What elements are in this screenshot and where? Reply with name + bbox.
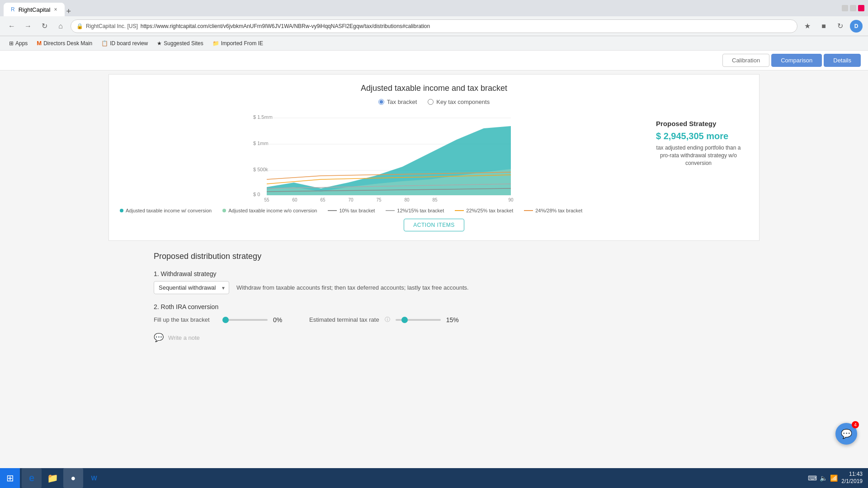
minimize-btn[interactable] <box>842 5 848 11</box>
home-button[interactable]: ⌂ <box>54 20 67 33</box>
chart-svg: $ 1.5mm $ 1mm $ 500k $ 0 <box>120 113 640 203</box>
legend-adjusted-wo-conversion: Adjusted taxable income w/o conversion <box>222 208 317 213</box>
svg-text:90: 90 <box>508 197 514 202</box>
svg-text:$ 0: $ 0 <box>253 192 260 197</box>
tab-title: RightCapital <box>19 6 51 13</box>
legend-line-10pct <box>328 210 337 211</box>
withdrawal-dropdown-wrapper[interactable]: Sequential withdrawal <box>154 281 229 294</box>
time-display: 11:43 <box>841 471 863 478</box>
address-bar[interactable]: 🔒 RightCapital Inc. [US] https://www.rig… <box>71 19 797 33</box>
terminal-tax-value: 15% <box>446 316 464 324</box>
maximize-btn[interactable] <box>850 5 856 11</box>
imported-icon: 📁 <box>212 40 219 47</box>
taskbar-word[interactable]: W <box>84 468 104 488</box>
refresh-button[interactable]: ↻ <box>834 20 846 33</box>
tab-details[interactable]: Details <box>824 54 861 67</box>
browser-tab-bar: R RightCapital × + <box>0 0 868 16</box>
close-btn[interactable] <box>858 5 864 11</box>
taskbar-items: e 📁 ● W <box>22 468 104 488</box>
fill-bracket-slider[interactable] <box>222 319 268 321</box>
roth-title: 2. Roth IRA conversion <box>154 303 714 310</box>
proposed-strategy-amount: $ 2,945,305 more <box>656 131 741 141</box>
svg-text:75: 75 <box>376 197 382 202</box>
legend-line-22-25pct <box>455 210 464 211</box>
tab-calibration[interactable]: Calibration <box>722 54 769 67</box>
start-button[interactable]: ⊞ <box>0 468 20 488</box>
back-button[interactable]: ← <box>5 20 18 33</box>
notes-icon: 💬 <box>154 333 164 343</box>
id-board-bookmark[interactable]: 📋 ID board review <box>98 39 151 48</box>
apps-bookmark[interactable]: ⊞ Apps <box>5 39 31 48</box>
withdrawal-dropdown-row: Sequential withdrawal Withdraw from taxa… <box>154 281 714 294</box>
system-clock: 11:43 2/1/2019 <box>841 471 863 485</box>
account-button[interactable]: D <box>850 20 863 33</box>
proposed-strategy-description: tax adjusted ending portfolio than a pro… <box>656 144 741 167</box>
word-icon: W <box>91 474 97 482</box>
legend-24-28pct: 24%/28% tax bracket <box>524 208 582 213</box>
legend-dot-w-conversion <box>120 209 123 212</box>
radio-key-tax[interactable]: Key tax components <box>428 99 490 105</box>
legend-adjusted-w-conversion: Adjusted taxable income w/ conversion <box>120 208 212 213</box>
radio-tax-bracket[interactable]: Tax bracket <box>378 99 417 105</box>
ie-icon: e <box>29 472 34 484</box>
suggested-sites-bookmark[interactable]: ★ Suggested Sites <box>153 39 207 48</box>
withdrawal-strategy-label: 1. Withdrawal strategy <box>154 270 714 277</box>
svg-text:65: 65 <box>320 197 326 202</box>
extensions-button[interactable]: ■ <box>817 20 830 33</box>
withdrawal-description: Withdraw from taxable accounts first; th… <box>236 284 469 291</box>
bookmark-star-button[interactable]: ★ <box>801 20 814 33</box>
taskbar-right: ⌨ 🔈 📶 11:43 2/1/2019 <box>808 471 868 485</box>
tab-favicon: R <box>11 6 15 13</box>
suggested-label: Suggested Sites <box>164 40 203 47</box>
apps-icon: ⊞ <box>9 40 14 47</box>
action-items-button[interactable]: ACTION ITEMS <box>404 219 464 231</box>
svg-text:80: 80 <box>404 197 410 202</box>
info-icon[interactable]: ⓘ <box>385 316 390 324</box>
chart-title: Adjusted taxable income and tax bracket <box>120 84 748 93</box>
svg-text:$ 1mm: $ 1mm <box>253 141 269 146</box>
reload-button[interactable]: ↻ <box>38 20 51 33</box>
tab-comparison[interactable]: Comparison <box>771 54 822 67</box>
svg-text:$ 500k: $ 500k <box>253 167 269 172</box>
chart-section: Adjusted taxable income and tax bracket … <box>108 74 760 241</box>
legend-dot-wo-conversion <box>222 209 226 212</box>
chart-container: $ 1.5mm $ 1mm $ 500k $ 0 <box>120 113 748 213</box>
svg-line-14 <box>267 176 321 179</box>
imported-ie-bookmark[interactable]: 📁 Imported From IE <box>209 39 267 48</box>
directors-desk-icon: M <box>37 40 42 47</box>
tab-close-btn[interactable]: × <box>54 6 57 13</box>
new-tab-button[interactable]: + <box>66 7 71 16</box>
active-tab[interactable]: R RightCapital × <box>4 3 65 16</box>
fill-bracket-value: 0% <box>273 316 291 324</box>
fill-bracket-group: Fill up the tax bracket 0% <box>154 316 291 324</box>
taskbar-chrome[interactable]: ● <box>63 468 83 488</box>
id-board-label: ID board review <box>110 40 148 47</box>
sliders-row: Fill up the tax bracket 0% Estimated ter… <box>154 316 714 324</box>
window-controls <box>842 5 864 11</box>
terminal-tax-slider[interactable] <box>396 319 441 321</box>
terminal-tax-label: Estimated terminal tax rate <box>309 316 379 323</box>
folder-icon: 📁 <box>47 473 58 483</box>
roth-section: 2. Roth IRA conversion Fill up the tax b… <box>154 303 714 324</box>
suggested-icon: ★ <box>157 40 162 47</box>
bookmarks-bar: ⊞ Apps M Directors Desk Main 📋 ID board … <box>0 36 868 51</box>
chat-button[interactable]: 💬 4 <box>835 423 857 445</box>
date-display: 2/1/2019 <box>841 478 863 485</box>
taskbar-file-explorer[interactable]: 📁 <box>42 468 62 488</box>
notes-placeholder[interactable]: Write a note <box>168 334 200 341</box>
withdrawal-dropdown[interactable]: Sequential withdrawal <box>154 281 229 294</box>
proposed-strategy-title: Proposed Strategy <box>656 120 741 127</box>
tab-navigation: Calibration Comparison Details <box>0 51 868 70</box>
distribution-section: Proposed distribution strategy 1. Withdr… <box>0 241 868 353</box>
keyboard-icon: ⌨ <box>808 474 817 482</box>
chrome-icon: ● <box>71 474 76 483</box>
svg-text:$ 1.5mm: $ 1.5mm <box>253 114 273 120</box>
legend-22-25pct: 22%/25% tax bracket <box>455 208 513 213</box>
directors-desk-bookmark[interactable]: M Directors Desk Main <box>33 38 96 48</box>
svg-text:55: 55 <box>264 197 269 202</box>
radio-group: Tax bracket Key tax components <box>120 99 748 105</box>
forward-button[interactable]: → <box>22 20 34 33</box>
volume-icon: 🔈 <box>820 474 827 482</box>
id-board-icon: 📋 <box>101 40 108 47</box>
taskbar-ie[interactable]: e <box>22 468 42 488</box>
